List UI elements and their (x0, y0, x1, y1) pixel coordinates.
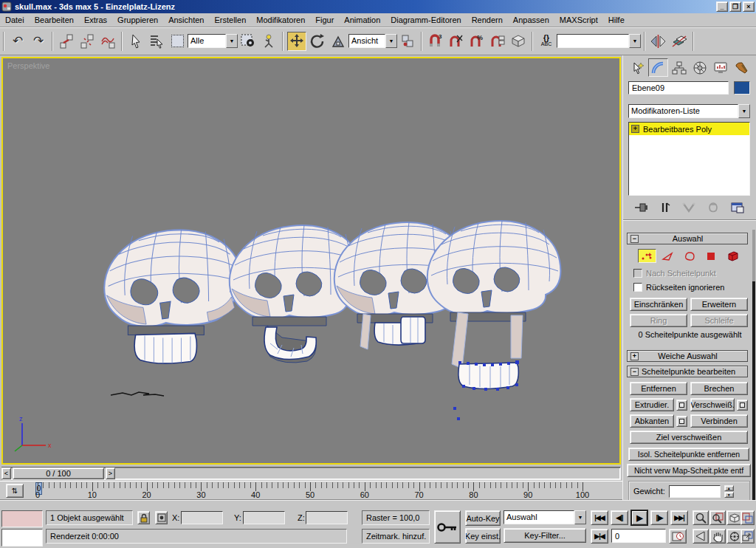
reference-coordinate-system-dropdown[interactable]: Ansicht ▼ (348, 34, 397, 48)
tab-utilities[interactable] (731, 58, 751, 77)
tab-hierarchy[interactable] (669, 58, 689, 77)
zoom-icon[interactable] (693, 510, 709, 525)
time-configuration-icon[interactable] (669, 529, 687, 544)
connect-button[interactable]: Verbinden (690, 414, 748, 428)
rollout-selection-header[interactable]: − Auswahl (627, 233, 748, 244)
named-selection-dropdown[interactable]: ▼ (557, 34, 641, 48)
extrude-button[interactable]: Extrudier. (630, 398, 674, 411)
set-key-button[interactable]: Key einst. (465, 528, 501, 544)
field-of-view-icon[interactable] (693, 529, 709, 544)
remove-button[interactable]: Entfernen (630, 382, 687, 395)
select-object-icon[interactable] (126, 32, 145, 51)
break-button[interactable]: Brechen (690, 382, 748, 395)
element-mode-icon[interactable] (723, 249, 741, 263)
menu-ansichten[interactable]: Ansichten (163, 14, 209, 26)
zoom-all-icon[interactable] (709, 510, 726, 525)
edge-mode-icon[interactable] (659, 249, 678, 263)
weight-spinner[interactable]: ▲ ▼ (724, 485, 734, 498)
add-time-tag[interactable]: Zeitmark. hinzuf. (362, 529, 430, 544)
remove-unused-map-vertices-button[interactable]: Nicht verw Map-Scheit.pkte entf (627, 464, 751, 477)
target-weld-button[interactable]: Ziel verschweißen (630, 431, 748, 444)
ring-button[interactable]: Ring (630, 314, 687, 327)
trackbar-ruler[interactable]: 0 0102030405060708090100 (34, 482, 588, 501)
percent-snap-icon[interactable]: % (467, 32, 487, 51)
keyboard-shortcut-override-icon[interactable] (509, 32, 528, 51)
menu-modifikatoren[interactable]: Modifikatoren (251, 14, 310, 26)
selection-filter-dropdown[interactable]: Alle ▼ (188, 34, 238, 48)
loop-button[interactable]: Schleife (690, 314, 748, 327)
close-icon[interactable]: × (743, 1, 755, 12)
viewport-label[interactable]: Perspektive (7, 61, 49, 70)
modifier-list-dropdown[interactable]: Modifikatoren-Liste ▼ (628, 104, 750, 118)
rollout-soft-selection-header[interactable]: + Weiche Auswahl (627, 350, 748, 362)
time-slider-prev-icon[interactable]: < (1, 467, 11, 479)
weld-button[interactable]: Verschweiß. (690, 398, 735, 411)
previous-frame-icon[interactable]: ◀|| (611, 510, 628, 525)
expand-icon[interactable]: + (630, 352, 639, 360)
crossing-selection-icon[interactable] (238, 32, 258, 51)
remove-modifier-icon[interactable] (707, 201, 719, 214)
zoom-extents-all-icon[interactable] (740, 510, 755, 525)
absolute-offset-toggle-icon[interactable] (155, 511, 168, 524)
maxscript-macro-recorder[interactable] (1, 510, 43, 527)
redo-icon[interactable]: ↷ (29, 32, 48, 51)
y-coordinate-field[interactable] (243, 511, 285, 524)
menu-figur[interactable]: Figur (310, 14, 339, 26)
menu-bearbeiten[interactable]: Bearbeiten (30, 14, 79, 26)
perspective-viewport[interactable]: z x Perspektive (1, 57, 621, 465)
chevron-down-icon[interactable]: ▼ (574, 510, 586, 524)
menu-gruppieren[interactable]: Gruppieren (112, 14, 163, 26)
menu-animation[interactable]: Animation (339, 14, 385, 26)
z-coordinate-field[interactable] (306, 511, 348, 524)
tab-display[interactable] (710, 58, 730, 77)
spinner-up-icon[interactable]: ▲ (724, 485, 734, 491)
use-pivot-point-center-icon[interactable] (398, 32, 417, 51)
spinner-down-icon[interactable]: ▼ (724, 492, 734, 498)
chamfer-button[interactable]: Abkanten (630, 414, 674, 428)
weight-field[interactable] (669, 485, 721, 498)
tab-create[interactable] (628, 58, 647, 77)
mirror-icon[interactable] (649, 32, 668, 51)
current-frame-field[interactable] (611, 529, 666, 543)
remove-isolated-vertices-button[interactable]: Isol. Scheitelpunkte entfernen (628, 448, 749, 461)
object-name-field[interactable] (628, 81, 729, 95)
select-and-scale-icon[interactable] (329, 32, 348, 51)
menu-erstellen[interactable]: Erstellen (209, 14, 251, 26)
maxscript-mini-listener[interactable] (1, 529, 43, 547)
configure-modifier-sets-icon[interactable] (730, 201, 745, 214)
align-icon[interactable] (670, 32, 689, 51)
restore-icon[interactable]: ❐ (729, 1, 741, 12)
extrude-settings-button[interactable] (676, 400, 687, 411)
stack-item-editable-poly[interactable]: + Bearbeitbares Poly (629, 123, 749, 135)
chamfer-settings-button[interactable] (676, 416, 687, 427)
chevron-down-icon[interactable]: ▼ (385, 34, 397, 48)
select-and-rotate-icon[interactable] (308, 32, 327, 51)
panel-scrollbar-thumb[interactable] (752, 281, 755, 510)
ignore-backfacing-checkbox[interactable]: Rückseiten ignorieren (633, 283, 724, 292)
selection-lock-icon[interactable] (137, 511, 150, 524)
rollout-edit-vertices-header[interactable]: − Scheitelpunkte bearbeiten (627, 366, 748, 377)
show-end-result-icon[interactable] (659, 201, 671, 214)
time-slider-button[interactable]: 0 / 100 (13, 467, 104, 479)
tab-modify[interactable] (648, 58, 668, 77)
play-animation-icon[interactable]: ▶ (630, 510, 648, 526)
select-and-manipulate-icon[interactable] (259, 32, 278, 51)
shrink-button[interactable]: Einschränken (630, 298, 687, 311)
bind-to-spacewarp-icon[interactable] (98, 32, 117, 51)
chevron-down-icon[interactable]: ▼ (629, 34, 641, 48)
menu-maxscript[interactable]: MAXScript (554, 14, 603, 26)
select-by-name-icon[interactable] (147, 32, 166, 51)
time-slider-next-icon[interactable]: > (106, 467, 115, 479)
unlink-icon[interactable] (78, 32, 97, 51)
track-bar[interactable]: ⇅ 0 0102030405060708090100 (0, 481, 622, 500)
modifier-stack[interactable]: + Bearbeitbares Poly (628, 122, 750, 196)
link-icon[interactable] (57, 32, 76, 51)
key-filter-button[interactable]: Key-Filter... (504, 528, 586, 543)
collapse-icon[interactable]: − (630, 368, 639, 376)
pan-view-icon[interactable] (709, 529, 726, 544)
set-key-mode-icon[interactable] (434, 510, 461, 544)
go-to-start-icon[interactable]: |◀◀ (591, 510, 608, 525)
named-selection-sets-icon[interactable]: {}ABC (537, 32, 556, 51)
menu-rendern[interactable]: Rendern (467, 14, 508, 26)
rectangular-selection-region-icon[interactable] (168, 32, 187, 51)
